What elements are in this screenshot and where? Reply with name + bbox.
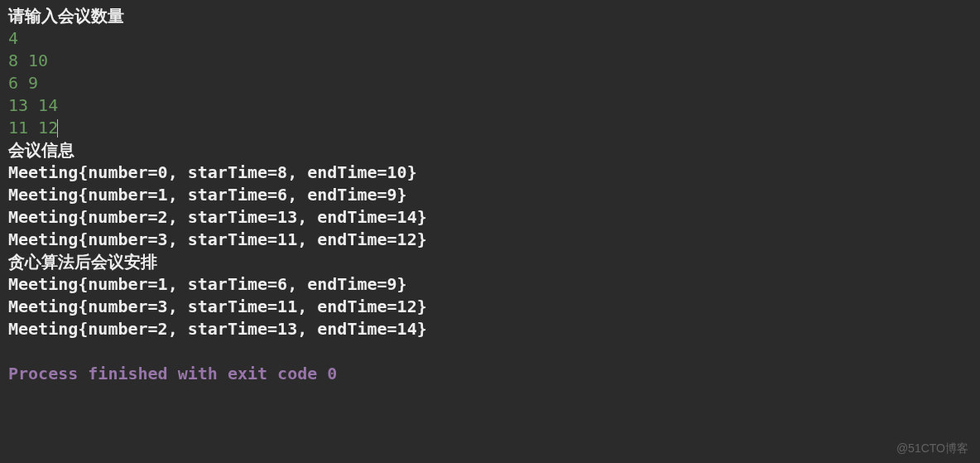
meeting-line: Meeting{number=1, starTime=6, endTime=9} — [8, 273, 972, 296]
section-header: 贪心算法后会议安排 — [8, 251, 972, 273]
input-line: 6 9 — [8, 72, 972, 94]
input-line: 11 12 — [8, 117, 972, 139]
prompt-line: 请输入会议数量 — [8, 5, 972, 27]
exit-message: Process finished with exit code 0 — [8, 363, 972, 385]
meeting-line: Meeting{number=1, starTime=6, endTime=9} — [8, 184, 972, 206]
text-cursor — [57, 119, 58, 137]
input-line: 13 14 — [8, 94, 972, 117]
input-line: 8 10 — [8, 50, 972, 72]
meeting-line: Meeting{number=3, starTime=11, endTime=1… — [8, 296, 972, 318]
meeting-line: Meeting{number=2, starTime=13, endTime=1… — [8, 206, 972, 229]
section-header: 会议信息 — [8, 139, 972, 162]
watermark: @51CTO博客 — [896, 441, 968, 456]
meeting-line: Meeting{number=0, starTime=8, endTime=10… — [8, 162, 972, 184]
input-line: 4 — [8, 27, 972, 50]
meeting-line: Meeting{number=2, starTime=13, endTime=1… — [8, 318, 972, 340]
console-output[interactable]: 请输入会议数量 4 8 10 6 9 13 14 11 12 会议信息 Meet… — [8, 5, 972, 385]
meeting-line: Meeting{number=3, starTime=11, endTime=1… — [8, 229, 972, 251]
blank-line — [8, 340, 972, 363]
